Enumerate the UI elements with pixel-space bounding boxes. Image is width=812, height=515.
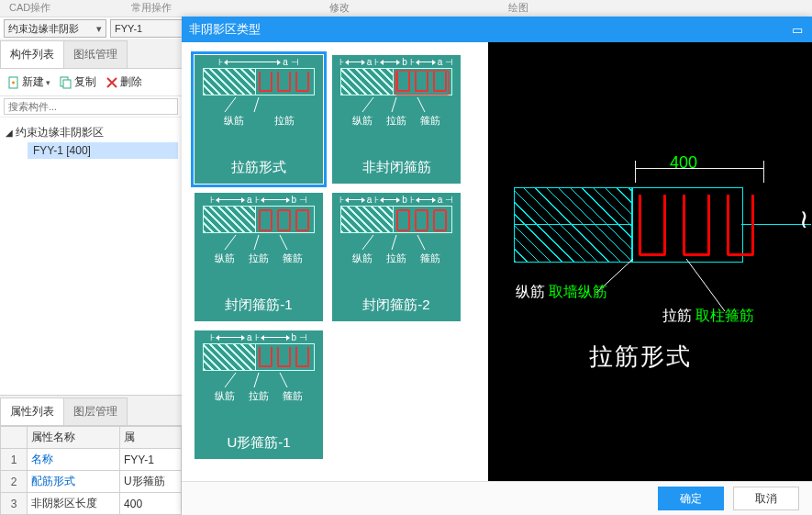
item-combo-value: FYY-1	[115, 23, 142, 34]
preview-title: 拉筋形式	[589, 341, 692, 373]
rebar-icon	[295, 209, 309, 231]
menu-mod[interactable]: 修改	[239, 0, 440, 17]
copy-button[interactable]: 复制	[56, 73, 100, 92]
left-tabs: 构件列表 图纸管理	[0, 39, 182, 69]
delete-button[interactable]: 删除	[102, 73, 146, 92]
new-button[interactable]: 新建 ▾	[4, 73, 54, 92]
chevron-down-icon: ▾	[95, 22, 104, 35]
options-list: ⊦a⊣纵筋拉筋拉筋形式⊦a⊦b⊦a⊣纵筋拉筋箍筋非封闭箍筋⊦a⊦b⊣纵筋拉筋箍筋…	[182, 42, 488, 482]
new-button-label: 新建	[22, 74, 44, 90]
dimension-row: ⊦a⊦b⊣	[210, 330, 307, 343]
dimension-row: ⊦a⊦b⊦a⊣	[339, 55, 454, 68]
ok-button[interactable]: 确定	[658, 487, 724, 510]
leader-lines	[208, 97, 309, 114]
leader-lines	[346, 97, 447, 114]
label-row: 纵筋拉筋箍筋	[346, 252, 447, 265]
preview-label-vertical: 纵筋 取墙纵筋	[516, 283, 607, 302]
property-tabs: 属性列表 图层管理	[0, 396, 182, 426]
rebar-icon	[415, 72, 428, 92]
hatched-wall-icon	[514, 187, 633, 263]
category-combo[interactable]: 约束边缘非阴影 ▾	[4, 19, 106, 38]
dialog-title: 非阴影区类型	[189, 21, 261, 38]
property-name: 非阴影区长度	[28, 493, 120, 515]
window-controls: ▭	[790, 22, 805, 37]
section-icon	[203, 68, 315, 95]
category-combo-value: 约束边缘非阴影	[8, 22, 79, 36]
rebar-icon	[277, 209, 291, 231]
label-row: 纵筋拉筋箍筋	[346, 114, 447, 128]
rebar-icon	[727, 195, 754, 256]
preview-dimension-value: 400	[670, 153, 697, 173]
rebar-icon	[295, 72, 309, 92]
label-row: 纵筋拉筋箍筋	[208, 389, 309, 403]
leader-lines	[346, 235, 447, 252]
option-title: 非封闭箍筋	[332, 155, 461, 184]
dialog-titlebar: 非阴影区类型 ▭	[182, 17, 812, 42]
tab-components[interactable]: 构件列表	[0, 40, 64, 68]
label-row: 纵筋拉筋箍筋	[208, 252, 309, 265]
leader-lines	[208, 235, 309, 252]
section-icon	[340, 68, 452, 95]
property-row[interactable]: 3非阴影区长度400	[1, 493, 182, 515]
leader-lines	[208, 373, 309, 389]
option-title: 封闭箍筋-1	[195, 293, 323, 321]
col-value: 属	[120, 427, 182, 449]
property-value[interactable]: FYY-1	[120, 449, 182, 471]
hatch-icon	[204, 207, 256, 232]
tree-root[interactable]: ◢ 约束边缘非阴影区	[4, 123, 178, 142]
hatch-icon	[341, 207, 394, 232]
menu-draw[interactable]: 绘图	[440, 0, 596, 17]
property-value[interactable]: 400	[120, 493, 182, 515]
svg-rect-2	[63, 80, 71, 88]
option-card[interactable]: ⊦a⊦b⊦a⊣纵筋拉筋箍筋封闭箍筋-2	[332, 193, 461, 321]
rebar-icon	[415, 209, 428, 231]
rebar-icon	[259, 72, 273, 92]
rebar-icon	[433, 209, 447, 231]
row-index: 2	[1, 471, 28, 493]
property-name: 名称	[28, 449, 120, 471]
preview-section: ≀	[514, 187, 798, 263]
dimension-row: ⊦a⊦b⊦a⊣	[339, 193, 454, 206]
rebar-icon	[277, 347, 291, 367]
maximize-icon[interactable]: ▭	[790, 22, 805, 37]
cancel-button[interactable]: 取消	[733, 487, 799, 510]
search-box	[0, 96, 182, 118]
preview-label-tie: 拉筋 取柱箍筋	[662, 307, 754, 326]
property-row[interactable]: 2配筋形式U形箍筋	[1, 471, 182, 493]
property-panel: 属性列表 图层管理 属性名称 属 1名称FYY-12配筋形式U形箍筋3非阴影区长…	[0, 395, 182, 515]
option-title: 拉筋形式	[195, 155, 323, 184]
rebar-icon	[259, 347, 273, 367]
property-name: 配筋形式	[28, 471, 120, 493]
dialog-body: ⊦a⊣纵筋拉筋拉筋形式⊦a⊦b⊦a⊣纵筋拉筋箍筋非封闭箍筋⊦a⊦b⊣纵筋拉筋箍筋…	[182, 42, 812, 482]
dimension-row: ⊦a⊣	[218, 55, 299, 68]
dialog-buttons: 确定 取消	[182, 481, 812, 515]
rebar-icon	[433, 72, 447, 92]
option-title: 封闭箍筋-2	[332, 293, 461, 321]
break-line-icon: ≀	[799, 204, 809, 234]
menu-common[interactable]: 常用操作	[64, 0, 239, 17]
row-index: 1	[1, 449, 28, 471]
tree-root-label: 约束边缘非阴影区	[16, 125, 104, 140]
option-card[interactable]: ⊦a⊦b⊣纵筋拉筋箍筋U形箍筋-1	[195, 330, 323, 459]
search-input[interactable]	[4, 98, 178, 115]
tree-item-fyy1[interactable]: FYY-1 [400]	[28, 142, 178, 159]
section-icon	[203, 206, 315, 233]
tab-layers[interactable]: 图层管理	[63, 397, 128, 425]
dimension-row: ⊦a⊦b⊣	[210, 193, 307, 206]
option-card[interactable]: ⊦a⊣纵筋拉筋拉筋形式	[195, 55, 323, 184]
preview-pane: 400 ≀	[488, 42, 812, 482]
option-title: U形箍筋-1	[195, 431, 323, 459]
label-row: 纵筋拉筋	[208, 114, 309, 128]
hatch-icon	[204, 344, 256, 370]
file-plus-icon	[7, 76, 20, 89]
tab-attributes[interactable]: 属性列表	[0, 397, 64, 425]
property-value[interactable]: U形箍筋	[120, 471, 182, 493]
rebar-icon	[259, 209, 273, 231]
menu-cad[interactable]: CAD操作	[0, 0, 64, 17]
property-row[interactable]: 1名称FYY-1	[1, 449, 182, 471]
option-card[interactable]: ⊦a⊦b⊣纵筋拉筋箍筋封闭箍筋-1	[195, 193, 323, 321]
option-card[interactable]: ⊦a⊦b⊦a⊣纵筋拉筋箍筋非封闭箍筋	[332, 55, 461, 184]
tab-drawings[interactable]: 图纸管理	[63, 40, 128, 68]
rebar-icon	[396, 72, 410, 92]
component-tree: ◢ 约束边缘非阴影区 FYY-1 [400]	[0, 118, 182, 164]
